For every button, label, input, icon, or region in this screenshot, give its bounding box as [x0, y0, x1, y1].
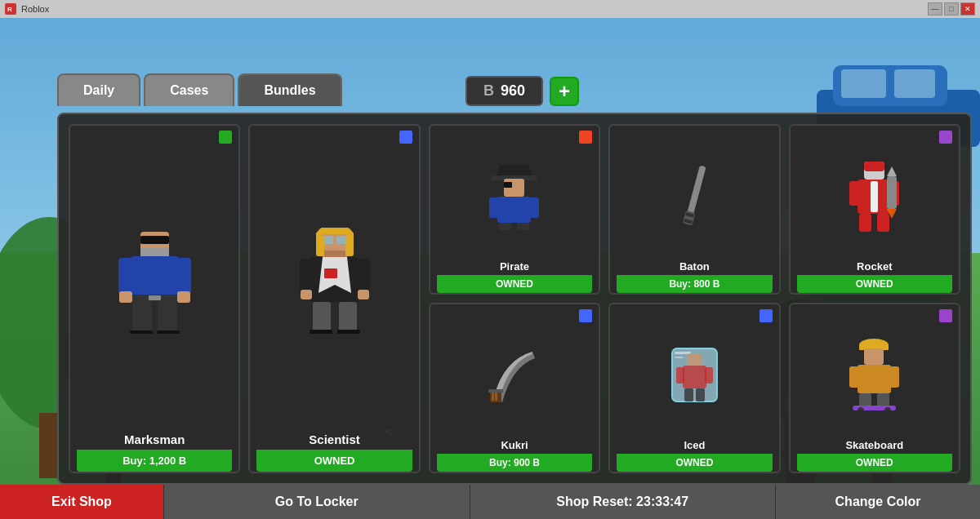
tab-bundles[interactable]: Bundles [238, 73, 341, 106]
svg-rect-36 [130, 330, 153, 334]
item-marksman[interactable]: Marksman Buy: 1,200 B [69, 124, 240, 473]
rocket-name: Rocket [797, 260, 952, 273]
svg-rect-83 [492, 393, 494, 401]
shop-reset-timer: Shop Reset: 23:33:47 [470, 485, 776, 519]
bottom-bar: Exit Shop Go To Locker Shop Reset: 23:33… [0, 485, 980, 519]
item-rocket[interactable]: Rocket OWNED [789, 124, 960, 295]
maximize-button[interactable]: □ [944, 2, 959, 16]
skateboard-name: Skateboard [797, 439, 952, 451]
svg-rect-62 [497, 197, 531, 223]
svg-rect-55 [339, 302, 357, 333]
svg-rect-65 [499, 223, 511, 230]
item-pirate[interactable]: Pirate OWNED [429, 124, 600, 295]
kukri-status: Buy: 900 B [437, 454, 592, 472]
svg-rect-37 [157, 330, 180, 334]
pirate-image [437, 132, 592, 259]
pirate-color-dot [579, 131, 592, 144]
svg-rect-98 [864, 348, 884, 365]
svg-rect-77 [887, 176, 897, 209]
svg-rect-85 [488, 389, 503, 393]
svg-rect-43 [324, 251, 345, 257]
iced-color-dot [760, 309, 773, 322]
titlebar-title: Roblox [21, 4, 928, 14]
svg-rect-81 [877, 214, 889, 232]
skateboard-color-dot [939, 309, 952, 322]
svg-rect-27 [131, 256, 179, 301]
kukri-image [437, 311, 592, 437]
scientist-status: OWNED [256, 450, 412, 472]
iced-image [617, 311, 772, 437]
svg-rect-50 [300, 259, 313, 293]
item-baton[interactable]: Baton Buy: 800 B [608, 124, 780, 295]
pirate-name: Pirate [437, 260, 592, 273]
svg-rect-52 [301, 290, 312, 299]
scientist-name: Scientist [256, 432, 412, 446]
item-kukri[interactable]: Kukri Buy: 900 B [429, 303, 600, 473]
scientist-image [256, 132, 412, 429]
svg-rect-1 [39, 413, 59, 478]
svg-rect-61 [504, 182, 512, 188]
svg-rect-29 [149, 295, 161, 300]
svg-rect-91 [683, 366, 706, 388]
kukri-color-dot [579, 309, 592, 322]
go-to-locker-button[interactable]: Go To Locker [164, 485, 470, 519]
titlebar: R Roblox — □ ✕ [0, 0, 980, 18]
svg-rect-31 [176, 258, 191, 295]
currency-box: B 960 [466, 76, 543, 106]
close-button[interactable]: ✕ [960, 2, 975, 16]
svg-rect-75 [849, 181, 859, 206]
svg-rect-74 [871, 181, 878, 212]
change-color-button[interactable]: Change Color [776, 485, 980, 519]
currency-amount: 960 [501, 82, 525, 100]
svg-rect-93 [705, 367, 713, 384]
currency-display: B 960 + [466, 76, 579, 106]
svg-rect-63 [489, 197, 499, 218]
svg-rect-101 [889, 366, 899, 388]
item-iced[interactable]: Iced OWNED [608, 303, 780, 473]
skateboard-status: OWNED [797, 454, 952, 472]
minimize-button[interactable]: — [928, 2, 942, 16]
svg-rect-44 [316, 236, 324, 256]
svg-rect-64 [529, 197, 539, 218]
svg-rect-66 [517, 223, 529, 230]
svg-rect-100 [849, 366, 859, 388]
add-currency-button[interactable]: + [550, 77, 579, 106]
marksman-color-dot [219, 131, 232, 144]
marksman-status: Buy: 1,200 B [77, 450, 232, 472]
svg-rect-88 [675, 352, 691, 354]
svg-rect-34 [132, 301, 152, 334]
skateboard-image [797, 311, 952, 437]
rocket-color-dot [939, 131, 952, 144]
svg-rect-30 [118, 258, 133, 295]
svg-rect-25 [140, 236, 169, 244]
svg-rect-32 [119, 291, 132, 303]
svg-rect-53 [358, 290, 369, 299]
svg-rect-33 [177, 291, 190, 303]
exit-shop-button[interactable]: Exit Shop [0, 485, 163, 519]
svg-rect-51 [357, 259, 370, 293]
iced-name: Iced [617, 439, 772, 451]
tab-daily[interactable]: Daily [57, 73, 140, 106]
svg-marker-58 [496, 165, 532, 177]
app-icon: R [5, 3, 16, 15]
svg-rect-84 [495, 393, 497, 401]
svg-rect-54 [313, 302, 331, 333]
svg-rect-35 [158, 301, 177, 334]
svg-text:R: R [7, 6, 12, 13]
svg-rect-90 [688, 353, 702, 366]
svg-rect-92 [676, 367, 684, 384]
svg-rect-57 [337, 330, 360, 334]
baton-status: Buy: 800 B [617, 275, 772, 293]
svg-rect-68 [683, 211, 696, 226]
tab-cases[interactable]: Cases [144, 73, 234, 106]
item-scientist[interactable]: Scientist OWNED [248, 124, 420, 473]
svg-marker-78 [887, 166, 897, 176]
item-skateboard[interactable]: Skateboard OWNED [789, 303, 960, 473]
rocket-status: OWNED [797, 275, 952, 293]
shop-panel: Marksman Buy: 1,200 B [57, 113, 972, 485]
window-controls: — □ ✕ [928, 2, 975, 16]
svg-rect-45 [345, 236, 354, 256]
svg-rect-72 [864, 162, 884, 171]
kukri-name: Kukri [437, 439, 592, 451]
marksman-image [77, 132, 232, 429]
